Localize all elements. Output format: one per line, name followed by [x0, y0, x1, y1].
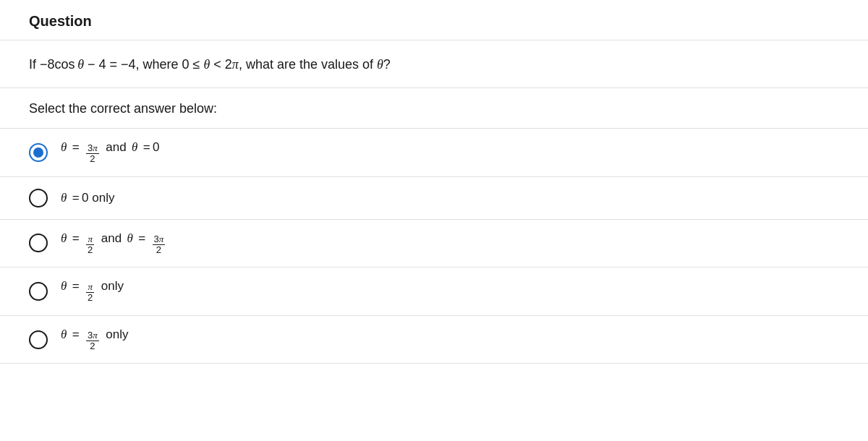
- fraction-3pi-2: 3π 2: [86, 143, 99, 165]
- select-label: Select the correct answer below:: [0, 88, 868, 129]
- answer-text-5: θ = 3π 2 only: [61, 327, 128, 352]
- answer-option-3[interactable]: θ = π 2 and θ = 3π 2: [0, 220, 868, 268]
- answer-text-4: θ = π 2 only: [61, 279, 124, 304]
- fraction-pi-2: π 2: [86, 234, 94, 256]
- question-text: If −8cos θ − 4 = −4, where 0 ≤ θ < 2π, w…: [29, 57, 391, 72]
- answer-option-5[interactable]: θ = 3π 2 only: [0, 316, 868, 364]
- fraction-pi-2-only: π 2: [86, 282, 94, 304]
- answer-text-2: θ = 0 only: [61, 191, 114, 205]
- radio-5[interactable]: [29, 330, 48, 349]
- answer-text-1: θ = 3π 2 and θ = 0: [61, 140, 160, 165]
- fraction-3pi-2-only: 3π 2: [86, 330, 99, 352]
- fraction-3pi-2-b: 3π 2: [153, 234, 166, 256]
- radio-inner-1: [33, 147, 43, 158]
- answer-option-2[interactable]: θ = 0 only: [0, 177, 868, 220]
- radio-4[interactable]: [29, 282, 48, 301]
- answer-text-3: θ = π 2 and θ = 3π 2: [61, 231, 166, 256]
- page-container: Question If −8cos θ − 4 = −4, where 0 ≤ …: [0, 0, 868, 441]
- radio-1[interactable]: [29, 143, 48, 162]
- section-title-text: Question: [29, 13, 92, 29]
- radio-3[interactable]: [29, 234, 48, 252]
- answer-option-4[interactable]: θ = π 2 only: [0, 267, 868, 316]
- answer-option-1[interactable]: θ = 3π 2 and θ = 0: [0, 129, 868, 177]
- select-label-text: Select the correct answer below:: [29, 101, 217, 116]
- radio-2[interactable]: [29, 189, 48, 207]
- question-block: If −8cos θ − 4 = −4, where 0 ≤ θ < 2π, w…: [0, 40, 868, 88]
- section-title: Question: [0, 0, 868, 40]
